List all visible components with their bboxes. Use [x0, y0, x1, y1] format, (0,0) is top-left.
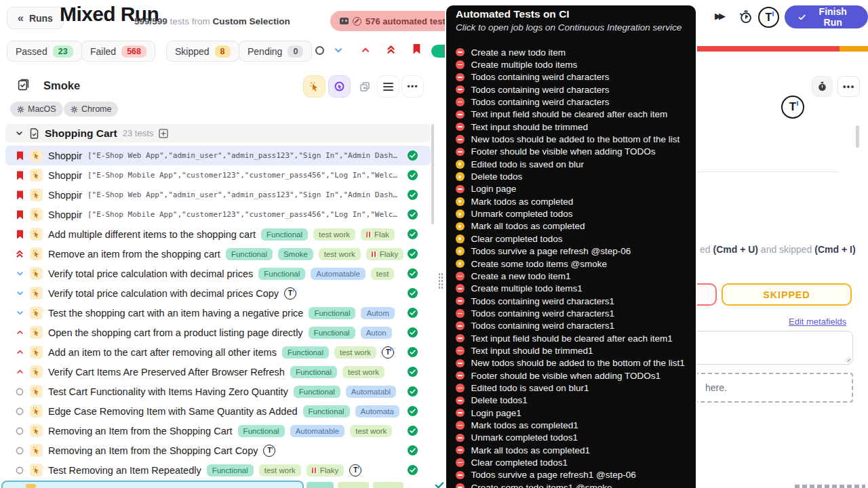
bookmark-filter-icon[interactable]	[412, 43, 421, 58]
filter-label: Pending	[248, 46, 282, 57]
test-row[interactable]: Add multiple different items to the shop…	[5, 224, 431, 244]
detail-more-button[interactable]: •••	[837, 76, 860, 97]
tooltip-test-label: Todos containing weird characters	[471, 85, 610, 95]
tooltip-test-item[interactable]: Todos containing weird characters1	[456, 320, 690, 332]
test-row[interactable]: Verify Cart Items Are Preserved After Br…	[5, 362, 431, 382]
tooltip-test-item[interactable]: Clear completed todos1	[456, 456, 690, 468]
comment-textarea[interactable]	[689, 331, 853, 365]
inline-edit-input-clipped[interactable]	[1, 481, 304, 488]
tooltip-test-item[interactable]: Login page1	[456, 407, 690, 419]
filter-passed[interactable]: Passed23	[7, 41, 82, 62]
test-row[interactable]: Removing an Item from the Shopping Cart …	[5, 441, 431, 460]
test-row[interactable]: Test the shopping cart with an item havi…	[5, 303, 431, 323]
test-row[interactable]: Test Removing an Item RepeatedlyFunction…	[5, 460, 431, 480]
test-row[interactable]: Test Cart Functionality with Items Havin…	[5, 382, 431, 401]
tooltip-test-item[interactable]: Mark all todos as completed1	[456, 444, 690, 456]
tooltip-test-item[interactable]: New todos should be added to the bottom …	[456, 357, 690, 369]
test-row[interactable]: Shoppir["E-Shop Web App","admin_user","a…	[5, 185, 431, 205]
list-scrollbar[interactable]	[431, 124, 434, 224]
sort-down-icon[interactable]	[333, 45, 344, 58]
tooltip-test-item[interactable]: Text input field should be cleared after…	[456, 108, 690, 121]
priority-high-icon[interactable]	[385, 42, 397, 59]
tooltip-test-item[interactable]: New todos should be added to the bottom …	[456, 133, 690, 145]
tooltip-test-item[interactable]: Edited todo is saved on blur1	[456, 382, 690, 394]
testomat-avatar-icon[interactable]: T	[781, 96, 804, 119]
tooltip-test-item[interactable]: Todos containing weird characters1	[456, 307, 690, 319]
tooltip-test-item[interactable]: Login page	[456, 183, 690, 195]
tooltip-test-item[interactable]: Todos containing weird characters	[456, 96, 690, 108]
tooltip-test-item[interactable]: Todos survive a page refresh1 @step-06	[456, 469, 690, 481]
tooltip-test-item[interactable]: Mark todos as completed1	[456, 419, 690, 431]
automated-test-icon	[30, 365, 43, 378]
test-row[interactable]: Remove an item from the shopping cartFun…	[5, 244, 431, 264]
tooltip-test-item[interactable]: Text input field should be cleared after…	[456, 332, 690, 344]
fast-forward-icon[interactable]: ▶▶	[715, 11, 723, 21]
tooltip-test-item[interactable]: Text input should be trimmed1	[456, 344, 690, 357]
test-row[interactable]: Add an item to the cart after removing a…	[5, 342, 431, 362]
stopwatch-icon[interactable]	[738, 9, 753, 27]
timer-button[interactable]	[812, 76, 833, 97]
tooltip-test-item[interactable]: Unmark completed todos1	[456, 432, 690, 444]
status-circle-icon[interactable]	[315, 46, 324, 55]
filter-pending[interactable]: Pending0	[239, 41, 312, 62]
tooltip-test-item[interactable]: Text input should be trimmed	[456, 121, 690, 133]
sort-up-icon[interactable]	[360, 45, 371, 58]
automated-cursor-button[interactable]	[303, 75, 326, 98]
test-row[interactable]: Removing an Item from the Shopping CartF…	[5, 421, 431, 441]
tooltip-test-item[interactable]: Create multiple todo items	[456, 58, 690, 70]
file-dropzone[interactable]: here.	[685, 373, 853, 403]
test-row[interactable]: Edge Case Removing Item with Same Quanti…	[5, 401, 431, 421]
tag-badge: Functional	[290, 366, 337, 378]
tag-macos[interactable]: MacOS	[10, 102, 63, 117]
test-row[interactable]: Shoppir["E-Shop Mobile App","customer123…	[5, 165, 431, 185]
tooltip-test-item[interactable]: Mark todos as completed	[456, 195, 690, 207]
tooltip-test-item[interactable]: Delete todos1	[456, 394, 690, 407]
filter-failed[interactable]: Failed568	[81, 41, 155, 62]
right-scrollbar[interactable]	[856, 125, 859, 148]
test-title: Shoppir	[48, 150, 82, 161]
suite-more-button[interactable]: •••	[401, 75, 424, 98]
resize-grip-icon[interactable]	[844, 356, 850, 362]
test-row[interactable]: Open the shopping cart from a product li…	[5, 323, 431, 342]
test-row[interactable]: Verify total price calculation with deci…	[5, 264, 431, 283]
back-to-runs-button[interactable]: « Runs	[7, 7, 64, 29]
tooltip-test-item[interactable]: Mark all todos as completed	[456, 220, 690, 232]
group-header-shopping-cart[interactable]: Shopping Cart 23 tests	[5, 124, 431, 142]
ellipsis-icon: •••	[407, 81, 418, 92]
tooltip-test-item[interactable]: Create multiple todo items1	[456, 283, 690, 295]
tooltip-test-item[interactable]: Unmark completed todos	[456, 207, 690, 220]
automated-test-icon	[30, 169, 43, 182]
tooltip-test-item[interactable]: Clear completed todos	[456, 232, 690, 245]
list-view-button[interactable]	[377, 75, 399, 98]
tooltip-test-item[interactable]: Create some todo items1 @smoke	[456, 481, 690, 488]
tooltip-test-item[interactable]: Create some todo items @smoke	[456, 258, 690, 270]
tooltip-test-item[interactable]: Create a new todo item	[456, 46, 690, 58]
add-test-icon[interactable]	[159, 129, 168, 138]
tag-chrome[interactable]: Chrome	[64, 102, 118, 117]
finish-run-button[interactable]: Finish Run	[785, 5, 868, 28]
copy-button[interactable]	[353, 75, 376, 98]
test-parameters: ["E-Shop Mobile App","customer123","cust…	[87, 171, 397, 180]
panel-resize-handle[interactable]	[438, 272, 443, 289]
filter-skipped[interactable]: Skipped8	[166, 41, 239, 62]
testomat-logo-icon[interactable]: T	[758, 7, 779, 28]
tooltip-test-item[interactable]: Todos containing weird characters1	[456, 295, 690, 307]
skipped-button[interactable]: SKIPPED	[722, 283, 852, 306]
tooltip-test-label: Unmark completed todos1	[471, 432, 578, 443]
rerun-automated-button[interactable]	[328, 75, 351, 98]
tooltip-test-item[interactable]: Footer should be visible when adding TOD…	[456, 146, 690, 158]
edit-metafields-link[interactable]: Edit metafields	[789, 317, 846, 327]
tooltip-test-item[interactable]: Todos containing weird characters	[456, 71, 690, 83]
failed-status-icon	[456, 135, 465, 144]
tooltip-test-item[interactable]: Delete todos	[456, 170, 690, 182]
tooltip-test-item[interactable]: Todos survive a page refresh @step-06	[456, 245, 690, 258]
automated-tests-badge[interactable]: 576 automated tests	[330, 11, 460, 31]
tooltip-test-item[interactable]: Create a new todo item1	[456, 270, 690, 282]
test-row[interactable]: Shoppir["E-Shop Web App","admin_user","a…	[5, 146, 431, 165]
automated-test-icon	[30, 326, 43, 339]
tooltip-test-item[interactable]: Todos containing weird characters	[456, 83, 690, 96]
tooltip-test-item[interactable]: Edited todo is saved on blur	[456, 158, 690, 170]
test-row[interactable]: Verify total price calculation with deci…	[5, 283, 431, 303]
tooltip-test-item[interactable]: Footer should be visible when adding TOD…	[456, 369, 690, 382]
test-row[interactable]: Shoppir["E-Shop Mobile App","customer123…	[5, 205, 431, 224]
